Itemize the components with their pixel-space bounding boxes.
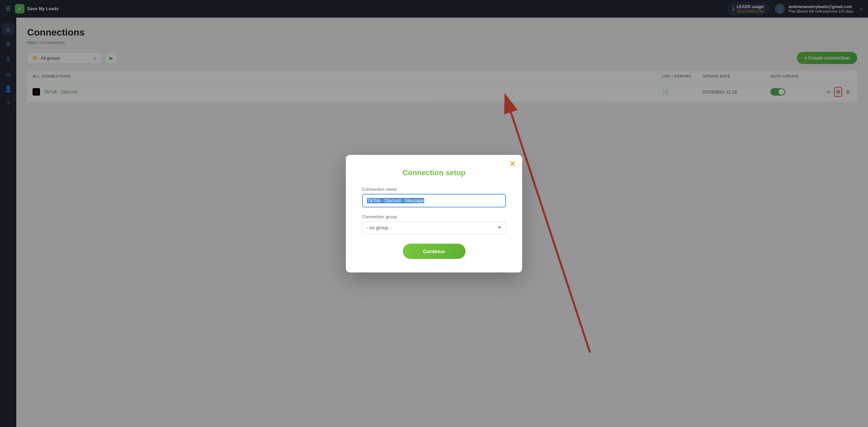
connection-group-select[interactable]: - no group - Group 1 Group 2 — [362, 221, 506, 234]
modal-title: Connection setup — [362, 168, 506, 177]
connection-group-label: Connection group — [362, 214, 506, 219]
connection-name-label: Connection name — [362, 187, 506, 192]
modal-close-button[interactable]: ✕ — [509, 160, 515, 168]
connection-name-input[interactable] — [362, 194, 506, 207]
modal-footer: Continue — [362, 244, 506, 259]
connection-name-group: Connection name — [362, 187, 506, 207]
continue-button[interactable]: Continue — [403, 244, 466, 259]
connection-setup-modal: ✕ Connection setup Connection name Conne… — [346, 155, 522, 272]
modal-overlay: ✕ Connection setup Connection name Conne… — [0, 0, 868, 427]
connection-group-group: Connection group - no group - Group 1 Gr… — [362, 214, 506, 234]
